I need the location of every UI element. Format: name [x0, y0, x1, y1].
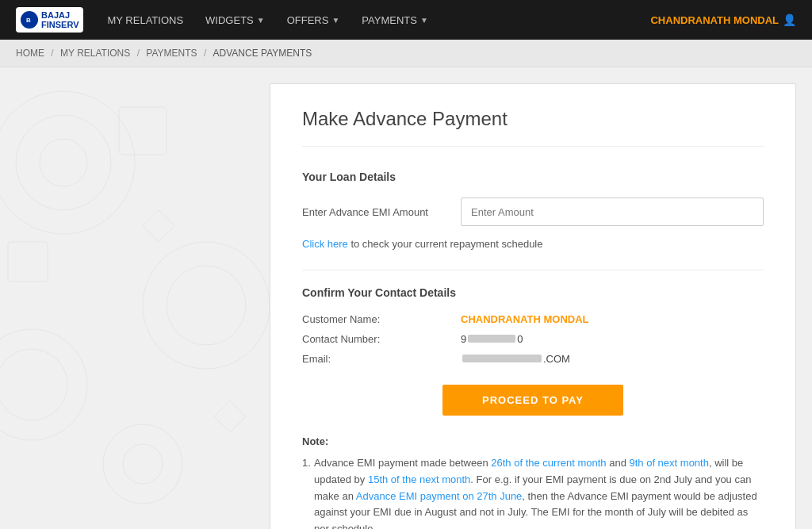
bg-watermark [0, 67, 270, 529]
page-wrapper: Make Advance Payment Your Loan Details E… [0, 67, 812, 529]
emi-amount-row: Enter Advance EMI Amount [302, 197, 764, 226]
note-1-highlight-3: 15th of the next month [368, 473, 470, 485]
svg-point-6 [167, 266, 246, 345]
repayment-schedule-link[interactable]: Click here [302, 238, 348, 250]
loan-section-title: Your Loan Details [302, 171, 764, 183]
svg-point-12 [123, 444, 163, 484]
emi-amount-input[interactable] [461, 197, 764, 226]
nav-offers[interactable]: OFFERS ▼ [287, 14, 340, 26]
note-list: Advance EMI payment made between 26th of… [302, 455, 764, 529]
nav-my-relations[interactable]: MY RELATIONS [107, 14, 183, 26]
proceed-to-pay-button[interactable]: PROCEED TO PAY [442, 385, 623, 416]
section-divider [302, 270, 764, 270]
contact-details-section: Confirm Your Contact Details Customer Na… [302, 286, 764, 365]
note-1-highlight-1: 26th of the current month [491, 457, 606, 469]
nav-widgets[interactable]: WIDGETS ▼ [205, 14, 265, 26]
contact-phone-row: Contact Number: 90 [302, 333, 764, 345]
svg-rect-10 [8, 242, 48, 282]
nav-payments[interactable]: PAYMENTS ▼ [362, 14, 428, 26]
brand-name: BAJAJ [41, 10, 79, 20]
svg-text:B: B [26, 17, 31, 24]
payments-chevron-icon: ▼ [420, 16, 428, 25]
svg-rect-9 [119, 107, 167, 155]
svg-point-11 [103, 424, 182, 504]
brand-logo[interactable]: B BAJAJ FINSERV [16, 7, 83, 33]
contact-name-value: CHANDRANATH MONDAL [461, 313, 589, 325]
brand-sub: FINSERV [41, 20, 79, 29]
widgets-chevron-icon: ▼ [257, 16, 265, 25]
svg-point-7 [0, 329, 87, 440]
contact-phone-value: 90 [461, 333, 523, 345]
breadcrumb-sep-2: / [137, 48, 140, 59]
note-section: Note: Advance EMI payment made between 2… [302, 435, 764, 529]
user-name: CHANDRANATH MONDAL [650, 14, 779, 26]
user-icon: 👤 [783, 13, 796, 26]
svg-point-3 [16, 115, 111, 210]
breadcrumb-my-relations[interactable]: MY RELATIONS [60, 48, 130, 59]
svg-point-4 [40, 139, 87, 186]
page-title: Make Advance Payment [302, 108, 764, 147]
note-1-highlight-2: 9th of next month [629, 457, 708, 469]
main-content: Make Advance Payment Your Loan Details E… [270, 67, 812, 529]
repayment-link-row: Click here to check your current repayme… [302, 238, 764, 250]
offers-chevron-icon: ▼ [331, 16, 339, 25]
contact-section-title: Confirm Your Contact Details [302, 286, 764, 299]
svg-point-5 [143, 242, 270, 369]
note-item-1: Advance EMI payment made between 26th of… [302, 455, 764, 529]
contact-email-row: Email: .COM [302, 353, 764, 365]
note-title: Note: [302, 435, 764, 447]
phone-mask [468, 335, 515, 343]
svg-point-8 [0, 349, 67, 420]
breadcrumb-sep-3: / [204, 48, 206, 59]
contact-email-value: .COM [461, 353, 570, 365]
navbar: B BAJAJ FINSERV MY RELATIONS WIDGETS ▼ O… [0, 0, 812, 40]
contact-email-label: Email: [302, 353, 461, 365]
breadcrumb-home[interactable]: HOME [16, 48, 44, 59]
note-1-highlight-4: Advance EMI payment on 27th June [356, 490, 523, 502]
breadcrumb-current: ADVANCE PAYMENTS [213, 48, 312, 59]
emi-amount-label: Enter Advance EMI Amount [302, 206, 461, 218]
contact-name-row: Customer Name: CHANDRANATH MONDAL [302, 313, 764, 325]
loan-details-section: Your Loan Details Enter Advance EMI Amou… [302, 171, 764, 250]
contact-phone-label: Contact Number: [302, 333, 461, 345]
nav-links: MY RELATIONS WIDGETS ▼ OFFERS ▼ PAYMENTS… [107, 13, 796, 26]
bajaj-icon: B [21, 11, 38, 29]
breadcrumb: HOME / MY RELATIONS / PAYMENTS / ADVANCE… [0, 40, 812, 67]
breadcrumb-sep-1: / [51, 48, 53, 59]
contact-name-label: Customer Name: [302, 313, 461, 325]
user-menu[interactable]: CHANDRANATH MONDAL 👤 [650, 13, 796, 26]
breadcrumb-payments[interactable]: PAYMENTS [146, 48, 197, 59]
payment-card: Make Advance Payment Your Loan Details E… [270, 83, 796, 529]
svg-point-2 [0, 91, 135, 234]
email-mask [462, 355, 542, 362]
repayment-suffix: to check your current repayment schedule [348, 238, 543, 250]
